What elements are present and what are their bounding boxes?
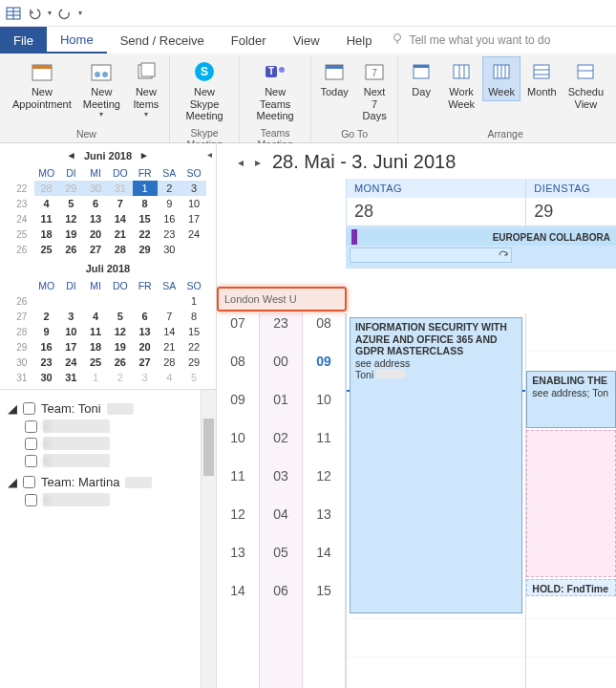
collapse-icon[interactable]: ◂ — [207, 149, 212, 160]
group-goto: Today 7 Next 7 Days Go To — [311, 56, 398, 142]
undo-dropdown-icon[interactable]: ▾ — [48, 9, 52, 17]
group-checkbox[interactable] — [23, 402, 35, 415]
label: New Skype Meeting — [179, 86, 230, 122]
day-number[interactable]: 28 — [347, 198, 525, 226]
event-hold[interactable]: HOLD: FndTime — [526, 579, 616, 596]
svg-rect-12 — [141, 63, 155, 76]
month-view-button[interactable]: Month — [522, 56, 562, 101]
redo-icon[interactable] — [57, 6, 73, 21]
tab-file[interactable]: File — [0, 27, 47, 54]
new-meeting-button[interactable]: New Meeting ▾ — [78, 56, 125, 121]
day-number[interactable]: 29 — [526, 198, 616, 226]
time-col-1: 0708091011121314 — [217, 313, 260, 688]
week-view-button[interactable]: Week — [482, 56, 520, 101]
event-sub: see address; Ton — [532, 387, 610, 399]
day-view-button[interactable]: Day — [402, 56, 440, 101]
calendar-checkbox[interactable] — [25, 420, 37, 433]
calendar-group[interactable]: ◢ Team: Toni — [8, 401, 208, 416]
event-title: INFORMATION SECURITY WITH AZURE AND OFFI… — [355, 321, 517, 357]
tab-send-receive[interactable]: Send / Receive — [107, 27, 218, 54]
label: Schedu View — [568, 86, 604, 110]
next7-icon: 7 — [361, 59, 388, 84]
new-skype-meeting-button[interactable]: S New Skype Meeting — [174, 56, 235, 125]
next-week-button[interactable]: ▸ — [255, 156, 261, 169]
chevron-down-icon: ▾ — [144, 110, 148, 118]
calendar-item[interactable]: x — [25, 419, 208, 433]
event-organizer: Toni — [355, 369, 373, 380]
schedule-icon — [572, 59, 599, 84]
svg-point-9 — [95, 72, 100, 77]
expand-icon[interactable]: ◢ — [8, 475, 17, 489]
svg-point-17 — [279, 67, 285, 73]
calendar-checkbox[interactable] — [25, 455, 37, 467]
group-label: Arrange — [402, 126, 608, 142]
sidebar: ◂ ◂Juni 2018▸MODIMIDOFRSASO2228293031123… — [0, 143, 217, 688]
svg-text:T: T — [268, 66, 274, 76]
label: Week — [488, 86, 515, 98]
prev-week-button[interactable]: ◂ — [238, 156, 244, 169]
calendar-item[interactable]: x — [25, 454, 208, 467]
undo-icon[interactable] — [27, 6, 42, 21]
label: Day — [412, 86, 431, 98]
tab-home[interactable]: Home — [47, 27, 107, 54]
schedule-view-button[interactable]: Schedu View — [563, 56, 608, 113]
event-tentative[interactable] — [526, 430, 616, 577]
group-arrange: Day Work Week Week Month Schedu View Arr… — [398, 56, 612, 142]
mini-calendar-july[interactable]: Juli 2018MODIMIDOFRSASO26127234567828910… — [10, 263, 206, 385]
expand-icon[interactable]: ◢ — [8, 401, 17, 416]
new-appointment-button[interactable]: New Appointment — [8, 56, 76, 113]
mini-calendar-june[interactable]: ◂Juni 2018▸MODIMIDOFRSASO222829303112323… — [10, 149, 206, 257]
quick-access-toolbar: ▾ ▾ — [0, 0, 616, 27]
skype-icon: S — [191, 59, 218, 84]
qat-grid-icon[interactable] — [6, 6, 21, 21]
next7days-button[interactable]: 7 Next 7 Days — [355, 56, 393, 125]
allday-event[interactable]: EUROPEAN COLLABORA — [346, 228, 616, 246]
scrollbar[interactable] — [201, 390, 216, 688]
tell-me-search[interactable]: Tell me what you want to do — [391, 27, 550, 54]
event-info-security[interactable]: INFORMATION SECURITY WITH AZURE AND OFFI… — [350, 317, 522, 613]
svg-point-10 — [102, 72, 108, 77]
tuesday-col[interactable]: ENABLING THE see address; Ton HOLD: FndT… — [525, 313, 616, 688]
workweek-icon — [448, 59, 475, 84]
allday-row[interactable]: EUROPEAN COLLABORA — [346, 226, 616, 269]
group-new: New Appointment New Meeting ▾ New Items … — [4, 56, 170, 142]
label: New Items — [133, 86, 159, 110]
ribbon: New Appointment New Meeting ▾ New Items … — [0, 54, 616, 143]
new-items-button[interactable]: New Items ▾ — [127, 56, 165, 121]
calendar-item[interactable]: x — [25, 493, 208, 506]
event-title: HOLD: FndTime — [532, 583, 608, 594]
date-range-title: 28. Mai - 3. Juni 2018 — [272, 151, 456, 173]
calendar-list: ◢ Team: Toni x x x◢ Team: Martina x — [0, 390, 216, 688]
calendar-item[interactable]: x — [25, 437, 208, 450]
calendar-view: ◂ ▸ 28. Mai - 3. Juni 2018 MONTAG 28 DIE… — [217, 143, 616, 688]
new-teams-meeting-button[interactable]: T New Teams Meeting — [244, 56, 307, 125]
event-enabling[interactable]: ENABLING THE see address; Ton — [526, 371, 616, 428]
lightbulb-icon — [391, 32, 404, 49]
ribbon-tabs: File Home Send / Receive Folder View Hel… — [0, 27, 616, 54]
day-header: MONTAG 28 DIENSTAG 29 — [346, 179, 616, 226]
allday-event-small[interactable] — [350, 247, 512, 263]
label: Month — [527, 86, 557, 98]
qat-customize-icon[interactable]: ▾ — [78, 9, 82, 17]
calendar-checkbox[interactable] — [25, 438, 37, 450]
main: ◂ ◂Juni 2018▸MODIMIDOFRSASO2228293031123… — [0, 143, 616, 688]
meeting-icon — [88, 59, 115, 84]
monday-col[interactable]: INFORMATION SECURITY WITH AZURE AND OFFI… — [346, 313, 525, 688]
time-col-3: 0809101112131415 — [303, 313, 346, 688]
time-col-2: 2300010203040506 — [260, 313, 303, 688]
tab-help[interactable]: Help — [333, 27, 386, 54]
group-checkbox[interactable] — [23, 476, 35, 488]
tab-folder[interactable]: Folder — [218, 27, 280, 54]
tab-view[interactable]: View — [280, 27, 333, 54]
workweek-view-button[interactable]: Work Week — [442, 56, 480, 113]
calendar-group[interactable]: ◢ Team: Martina — [8, 475, 208, 489]
teams-icon: T — [262, 59, 288, 84]
timezone-label: London West U — [224, 293, 297, 305]
event-location: see address — [355, 357, 517, 370]
calendar-checkbox[interactable] — [25, 494, 37, 506]
time-grid[interactable]: 0708091011121314 2300010203040506 080910… — [217, 313, 616, 688]
today-icon — [321, 59, 348, 84]
today-button[interactable]: Today — [315, 56, 353, 101]
items-icon — [133, 59, 159, 84]
label: New Appointment — [12, 86, 72, 110]
